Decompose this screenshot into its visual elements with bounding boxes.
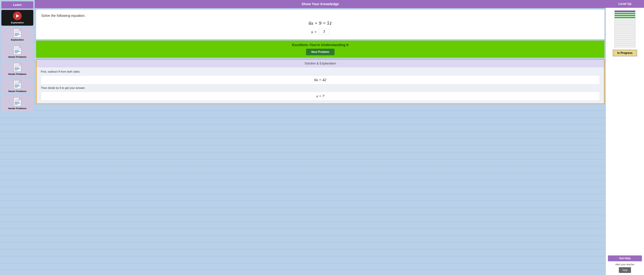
tower-bar: [614, 23, 635, 24]
doc-icon-2: [14, 29, 21, 37]
doc-icon-wrapper-2: [12, 29, 22, 37]
solution-equation-1: 6x = 42: [41, 75, 600, 84]
tower-container: [608, 10, 642, 47]
doc-icon-wrapper-5: ?: [12, 80, 22, 89]
sidebar-item-label-starter-2: Starter Problems: [8, 90, 26, 92]
main-header: Show Your Knowledge: [35, 0, 606, 8]
get-help-section: Get Help Alert your teacher Help: [606, 253, 644, 275]
tower-bar: [614, 13, 635, 14]
doc-img-area-4: [14, 64, 20, 67]
doc-img-area-5: ?: [14, 81, 20, 84]
next-problem-button[interactable]: Next Problem: [306, 49, 334, 55]
solution-step-1: First, subtract 9 from both sides.: [41, 70, 600, 73]
doc-line: [14, 34, 20, 35]
tower-bar: [614, 19, 635, 20]
tower-bar: [614, 15, 635, 16]
doc-line: [14, 87, 18, 87]
tower-bar: [614, 17, 635, 18]
sidebar-item-starter-problems-2[interactable]: ? Starter Problems: [2, 78, 33, 94]
doc-line: [14, 102, 19, 102]
right-panel: Level Up In Progress Get Help Alert your…: [606, 0, 644, 275]
sidebar-item-explanation-doc[interactable]: Explanation: [2, 27, 33, 43]
sidebar-item-label-harder-2: Harder Problems: [8, 107, 26, 110]
sidebar-item-starter-problems-1[interactable]: Starter Problems: [2, 44, 33, 60]
answer-prefix: x =: [311, 30, 317, 34]
get-help-header: Get Help: [608, 256, 642, 261]
solution-step-2: Then divide by 6 to get your answer.: [41, 86, 600, 90]
sidebar-header: Learn: [2, 1, 33, 8]
solution-body: First, subtract 9 from both sides. 6x = …: [36, 67, 604, 103]
alert-teacher-text: Alert your teacher: [608, 263, 642, 266]
problem-equation: 6x + 9 = 51: [41, 20, 599, 26]
question-mark-icon: ?: [18, 82, 20, 84]
tower-bar: [614, 25, 635, 26]
tower-bar: [614, 44, 635, 45]
answer-row: x = 7: [41, 29, 599, 35]
doc-icon-6: ?: [14, 97, 21, 106]
sidebar-item-label-explanation-video: Explanation: [11, 21, 24, 24]
sidebar-item-harder-problems-1[interactable]: Harder Problems: [2, 61, 33, 77]
sidebar-item-explanation-video[interactable]: Explanation: [2, 10, 33, 26]
sidebar-item-label-harder-1: Harder Problems: [8, 73, 26, 75]
question-mark-icon-2: ?: [18, 99, 20, 101]
doc-img-area-3: [14, 47, 20, 50]
tower-bar: [614, 27, 635, 28]
doc-icon-5: ?: [14, 80, 21, 89]
play-triangle: [16, 14, 19, 18]
doc-img-area-6: ?: [14, 99, 20, 101]
tower-bar: [614, 46, 635, 47]
level-up-header: Level Up: [606, 0, 644, 8]
level-up-body: In Progress: [606, 8, 644, 253]
help-button[interactable]: Help: [619, 267, 631, 273]
doc-line: [14, 103, 20, 103]
doc-line: [14, 50, 19, 51]
tower-bar: [614, 33, 635, 35]
sidebar-item-harder-problems-2[interactable]: ? Harder Problems: [2, 96, 33, 111]
tower-bar: [614, 38, 635, 39]
doc-line: [14, 35, 18, 36]
solution-header: Solution & Explanation: [36, 60, 604, 67]
doc-icon-wrapper-6: ?: [12, 97, 22, 106]
tower-bar: [614, 40, 635, 41]
doc-line: [14, 70, 18, 70]
feedback-message: Excellent--You're Understanding It: [292, 43, 348, 47]
problem-instruction: Solve the following equation.: [41, 14, 599, 18]
problem-section: Solve the following equation. 6x + 9 = 5…: [36, 9, 604, 39]
doc-line: [14, 86, 20, 86]
doc-line: [14, 69, 20, 69]
doc-icon-4: [14, 63, 21, 72]
tower-bar: [614, 35, 635, 37]
tower-bar: [614, 29, 635, 31]
sidebar-item-label-explanation-doc: Explanation: [11, 38, 24, 41]
doc-icon-wrapper-3: [12, 46, 22, 55]
feedback-section: Excellent--You're Understanding It Next …: [36, 40, 604, 58]
tower-bar: [614, 31, 635, 33]
sidebar-item-label-starter-1: Starter Problems: [8, 56, 26, 58]
solution-section: Solution & Explanation First, subtract 9…: [36, 59, 604, 104]
doc-icon-3: [14, 46, 21, 55]
in-progress-badge: In Progress: [613, 50, 637, 56]
doc-icon-wrapper-4: [12, 63, 22, 72]
play-icon: [13, 11, 22, 20]
doc-line: [14, 51, 20, 52]
doc-line: [14, 68, 19, 68]
sidebar: Learn Explanation Explanation: [0, 0, 35, 275]
doc-line: [14, 104, 18, 104]
doc-line: [14, 33, 19, 34]
answer-input[interactable]: 7: [319, 29, 329, 35]
doc-img-area-2: [14, 30, 20, 33]
main-content: Show Your Knowledge Solve the following …: [35, 0, 606, 275]
tower-bar: [614, 42, 635, 43]
solution-equation-2: x = 7: [41, 92, 600, 101]
tower-bar: [614, 10, 635, 12]
video-icon-wrapper: [12, 11, 22, 20]
doc-line: [14, 85, 19, 85]
tower-bar: [614, 21, 635, 22]
doc-line: [14, 52, 18, 53]
